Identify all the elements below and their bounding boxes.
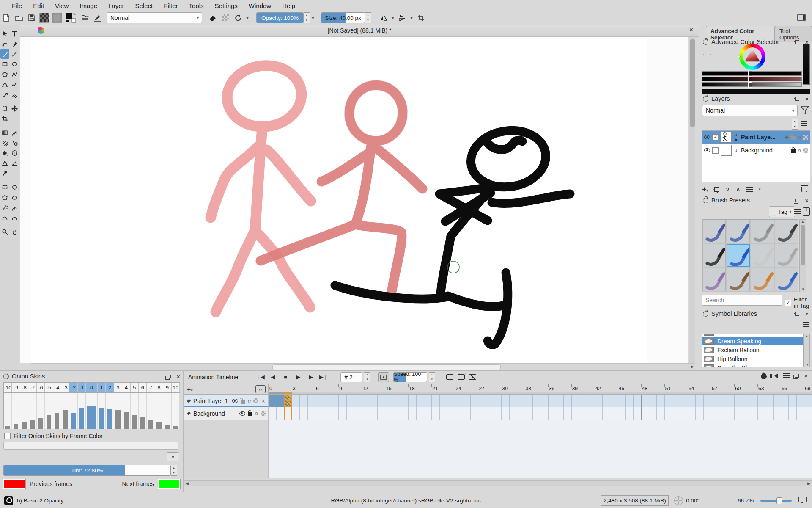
close-docker-icon[interactable]: × xyxy=(805,311,809,317)
brush-preset-thumbnail[interactable] xyxy=(751,220,774,243)
move-layer-up-button[interactable]: ∧ xyxy=(736,185,741,193)
float-docker-icon[interactable] xyxy=(795,199,799,202)
brush-preset-thumbnail[interactable] xyxy=(775,268,798,291)
tool-move[interactable] xyxy=(10,103,19,113)
tool-calligraphy[interactable] xyxy=(10,39,19,49)
timeline-horizontal-scrollbar[interactable]: ◀▶ xyxy=(184,480,812,486)
onion-number--2[interactable]: -2 xyxy=(69,383,77,392)
brush-preset-thumbnail[interactable] xyxy=(751,268,774,291)
workspace-chooser-button[interactable] xyxy=(795,12,808,23)
audio-options-icon[interactable] xyxy=(772,373,778,378)
open-document-button[interactable] xyxy=(13,12,25,23)
onion-bar-6[interactable] xyxy=(139,393,147,429)
size-slider[interactable]: Size: 40.00 px xyxy=(321,12,365,23)
menu-file[interactable]: File xyxy=(7,1,27,11)
alpha-icon[interactable]: α xyxy=(798,134,801,141)
tag-button[interactable]: Tag ▾ xyxy=(769,206,795,217)
menu-image[interactable]: Image xyxy=(74,1,102,11)
tool-select-shapes[interactable] xyxy=(0,28,9,39)
tool-measure[interactable] xyxy=(10,158,19,168)
brush-preset-thumbnail[interactable] xyxy=(751,244,774,267)
instant-preview-button[interactable] xyxy=(414,12,427,23)
tool-pan[interactable] xyxy=(10,226,19,237)
frame-counter-spinner[interactable]: ▲▼ xyxy=(364,372,370,382)
symbol-scrollbar[interactable]: ▲▼ xyxy=(804,334,810,367)
timeline-menu-icon[interactable] xyxy=(783,373,790,378)
layer-options-menu-icon[interactable] xyxy=(801,121,807,126)
collapse-button[interactable]: ∨ xyxy=(167,452,179,461)
frame-color-filter-bar[interactable] xyxy=(3,442,178,450)
canvas-page[interactable] xyxy=(31,37,647,363)
create-blank-frame-button[interactable] xyxy=(446,374,453,380)
tool-contiguous-select[interactable] xyxy=(10,202,19,213)
color-wheel[interactable] xyxy=(739,44,765,70)
brush-preset-thumbnail[interactable] xyxy=(727,220,750,243)
docker-lock-icon[interactable] xyxy=(703,198,708,203)
onion-bar-8[interactable] xyxy=(155,393,163,429)
previous-frames-color-swatch[interactable] xyxy=(3,479,25,489)
remove-frame-button[interactable] xyxy=(469,374,476,380)
onion-bar--3[interactable] xyxy=(61,393,69,429)
close-docker-icon[interactable]: × xyxy=(805,96,809,102)
tool-pattern-edit[interactable] xyxy=(0,138,9,148)
layer-name[interactable]: Background xyxy=(741,147,789,154)
onion-number-7[interactable]: 7 xyxy=(147,383,155,392)
preset-view-menu-icon[interactable] xyxy=(794,209,801,214)
tool-ellipse[interactable] xyxy=(10,59,19,69)
onion-bar--10[interactable] xyxy=(4,393,12,429)
create-duplicate-frame-button[interactable] xyxy=(458,374,465,380)
brush-preset-thumbnail[interactable] xyxy=(702,268,726,291)
tool-enclose-fill[interactable] xyxy=(10,148,19,158)
brush-preset-thumbnail[interactable] xyxy=(775,220,798,243)
reload-dropdown-arrow[interactable]: ▾ xyxy=(244,16,250,20)
speed-slider[interactable]: Speed: 100 % xyxy=(393,372,427,382)
symbol-menu-icon[interactable] xyxy=(803,322,809,327)
tool-polygon-select[interactable] xyxy=(0,192,9,202)
layer-checkbox[interactable] xyxy=(712,147,719,154)
value-bar[interactable] xyxy=(803,44,810,85)
menu-select[interactable]: Select xyxy=(130,1,158,11)
brush-option-slider-icon[interactable] xyxy=(79,12,91,23)
canvas-vertical-scrollbar[interactable] xyxy=(689,37,695,363)
onion-bar-2[interactable] xyxy=(106,393,114,429)
onion-number-8[interactable]: 8 xyxy=(155,383,163,392)
tint-slider[interactable]: Tint: 72.80% xyxy=(3,465,171,476)
onion-skin-toggle-icon[interactable] xyxy=(761,372,767,379)
timeline-ruler[interactable]: 0369121518212427303336394245485154576063… xyxy=(269,384,812,395)
tool-freehand-path[interactable] xyxy=(10,79,19,89)
layer-name[interactable]: Paint Laye... xyxy=(741,134,782,141)
onion-number-2[interactable]: 2 xyxy=(106,383,114,392)
zoom-slider-knob[interactable] xyxy=(776,497,782,504)
fit-to-screen-icon[interactable] xyxy=(798,497,807,502)
symbol-item[interactable]: Dream Speaking xyxy=(702,337,803,345)
foreground-background-colors[interactable] xyxy=(63,12,79,23)
layer-thumbnail[interactable] xyxy=(721,145,732,156)
menu-help[interactable]: Help xyxy=(277,1,300,11)
layer-visibility-icon[interactable] xyxy=(232,399,238,403)
unlock-icon[interactable] xyxy=(791,136,796,140)
tool-ellipse-select[interactable] xyxy=(10,182,19,192)
menu-settings[interactable]: Settings xyxy=(210,1,243,11)
onion-bar--8[interactable] xyxy=(20,393,28,429)
onion-number--9[interactable]: -9 xyxy=(12,383,20,392)
lock-icon[interactable] xyxy=(248,412,252,416)
onion-number--4[interactable]: -4 xyxy=(53,383,61,392)
symbol-item[interactable]: Exclaim Balloon xyxy=(702,345,803,354)
layer-row[interactable]: ⤵Backgroundα xyxy=(702,144,810,157)
tool-fill[interactable] xyxy=(0,148,9,158)
onion-number-10[interactable]: 10 xyxy=(172,383,180,392)
preserve-alpha-button[interactable] xyxy=(219,12,232,23)
duplicate-layer-button[interactable] xyxy=(714,187,719,192)
onion-bar--1[interactable] xyxy=(78,393,86,429)
brush-preview-icon[interactable] xyxy=(4,496,13,505)
layer-visibility-icon[interactable] xyxy=(704,148,710,152)
next-frame-button[interactable]: ▶ xyxy=(306,374,316,380)
onion-bar-4[interactable] xyxy=(122,393,130,429)
opacity-spinner[interactable]: ▲▼ xyxy=(304,12,310,23)
canvas-viewport[interactable] xyxy=(20,37,688,363)
save-button[interactable] xyxy=(25,12,38,23)
layer-checkbox[interactable]: ✓ xyxy=(712,134,719,141)
canvas-horizontal-scrollbar[interactable]: ▶ xyxy=(31,363,695,370)
menu-view[interactable]: View xyxy=(50,1,74,11)
onion-bar-3[interactable] xyxy=(114,393,122,429)
